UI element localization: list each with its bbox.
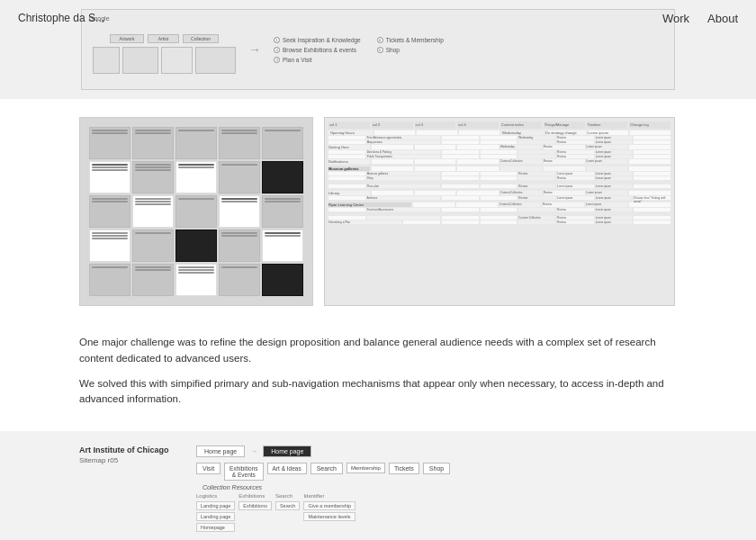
sitemap-title: Art Institute of Chicago bbox=[79, 446, 187, 454]
art-ideas-box: Art & Ideas bbox=[267, 463, 307, 474]
home-arrow: → bbox=[250, 447, 257, 455]
shop-col: Shop bbox=[423, 463, 450, 474]
step-3: 3 Plan a Visit bbox=[274, 57, 361, 63]
wireframe-box-1 bbox=[93, 47, 120, 74]
wireframe-box-4 bbox=[195, 47, 236, 74]
steps-col2: 4 Tickets & Membership 5 Shop bbox=[377, 37, 444, 63]
collection-resources-label: Collection Resources bbox=[196, 484, 268, 490]
search-box: Search bbox=[310, 463, 343, 474]
content-audit-screenshot: col 1 col 2 col 3 col 4 Content index Th… bbox=[324, 117, 675, 306]
collection-resources-section: Collection Resources bbox=[196, 484, 677, 490]
search-sub-label: Search bbox=[275, 493, 300, 499]
about-link[interactable]: About bbox=[707, 12, 738, 25]
sitemap-title-block: Art Institute of Chicago Sitemap r05 bbox=[79, 446, 187, 473]
step-4-label: Tickets & Membership bbox=[386, 37, 444, 43]
identifier-label: Identifier bbox=[303, 493, 356, 499]
home-page-box: Home page bbox=[196, 446, 245, 457]
sitemap-diagram: Home page → Home page Visit Exhibitions&… bbox=[196, 446, 677, 532]
visit-col: Visit bbox=[196, 463, 220, 474]
search-sub: Search Search bbox=[275, 493, 300, 532]
nav-items-row: Visit Exhibitions& Events Art & Ideas Se… bbox=[196, 463, 677, 481]
step-2-label: Browse Exhibitions & events bbox=[283, 47, 356, 53]
search-col: Search bbox=[310, 463, 343, 474]
middle-screenshots: col 1 col 2 col 3 col 4 Content index Th… bbox=[0, 99, 756, 324]
exhibitions-col: Exhibitions& Events bbox=[224, 463, 263, 481]
paragraph-1: One major challenge was to refine the de… bbox=[79, 335, 677, 367]
main-content: Google Artwork Artist Collection → bbox=[0, 0, 756, 540]
navigation: Christophe da S... Work About bbox=[0, 0, 756, 36]
wireframe-grid-screenshot bbox=[79, 117, 313, 306]
site-name: Christophe da S... bbox=[18, 12, 104, 24]
membership-box: Membership bbox=[346, 463, 385, 473]
tickets-col: Tickets bbox=[389, 463, 419, 474]
visit-box: Visit bbox=[196, 463, 220, 474]
work-link[interactable]: Work bbox=[662, 12, 689, 25]
identifier-box-2: Maintenance levels bbox=[303, 512, 356, 521]
art-ideas-col: Art & Ideas bbox=[267, 463, 307, 474]
steps-col1: 1 Seek Inspiration & Knowledge 2 Browse … bbox=[274, 37, 361, 63]
step-1: 1 Seek Inspiration & Knowledge bbox=[274, 37, 361, 43]
step-4: 4 Tickets & Membership bbox=[377, 37, 444, 43]
exhibitions-sub-label: Exhibitions bbox=[238, 493, 272, 499]
wireframe-box-2 bbox=[122, 47, 158, 74]
logistics-box-3: Homepage bbox=[196, 523, 235, 532]
homepage-dark-box: Home page bbox=[263, 446, 311, 457]
flow-arrow: → bbox=[248, 42, 261, 57]
sitemap-subtitle: Sitemap r05 bbox=[79, 456, 187, 464]
exhibitions-box: Exhibitions& Events bbox=[224, 463, 263, 481]
paragraph-2: We solved this with simpified primary an… bbox=[79, 376, 677, 409]
step-2: 2 Browse Exhibitions & events bbox=[274, 47, 361, 53]
step-5-label: Shop bbox=[386, 47, 400, 53]
exhibitions-sub: Exhibitions Exhibitions bbox=[238, 493, 272, 532]
nav-links: Work About bbox=[662, 12, 738, 25]
membership-col: Membership bbox=[346, 463, 385, 473]
shop-box: Shop bbox=[423, 463, 450, 474]
bottom-sitemap-section: Art Institute of Chicago Sitemap r05 Hom… bbox=[0, 431, 756, 540]
step-3-label: Plan a Visit bbox=[283, 57, 311, 63]
logistics-label: Logistics bbox=[196, 493, 235, 499]
exhibitions-sub-box: Exhibitions bbox=[238, 501, 272, 510]
step-5: 5 Shop bbox=[377, 47, 444, 53]
sub-nav-row: Logistics Landing page Landing page Home… bbox=[196, 493, 677, 532]
logistics-box-2: Landing page bbox=[196, 512, 235, 521]
step-1-label: Seek Inspiration & Knowledge bbox=[283, 37, 361, 43]
steps-container: 1 Seek Inspiration & Knowledge 2 Browse … bbox=[274, 37, 444, 63]
wireframe-box-3 bbox=[161, 47, 193, 74]
logistics-box-1: Landing page bbox=[196, 501, 235, 510]
logistics-sub: Logistics Landing page Landing page Home… bbox=[196, 493, 235, 532]
identifier-box-1: Give a membership bbox=[303, 501, 356, 510]
text-section: One major challenge was to refine the de… bbox=[0, 324, 756, 431]
tickets-box: Tickets bbox=[389, 463, 419, 474]
identifier-sub: Identifier Give a membership Maintenance… bbox=[303, 493, 356, 532]
search-sub-box: Search bbox=[275, 501, 300, 510]
